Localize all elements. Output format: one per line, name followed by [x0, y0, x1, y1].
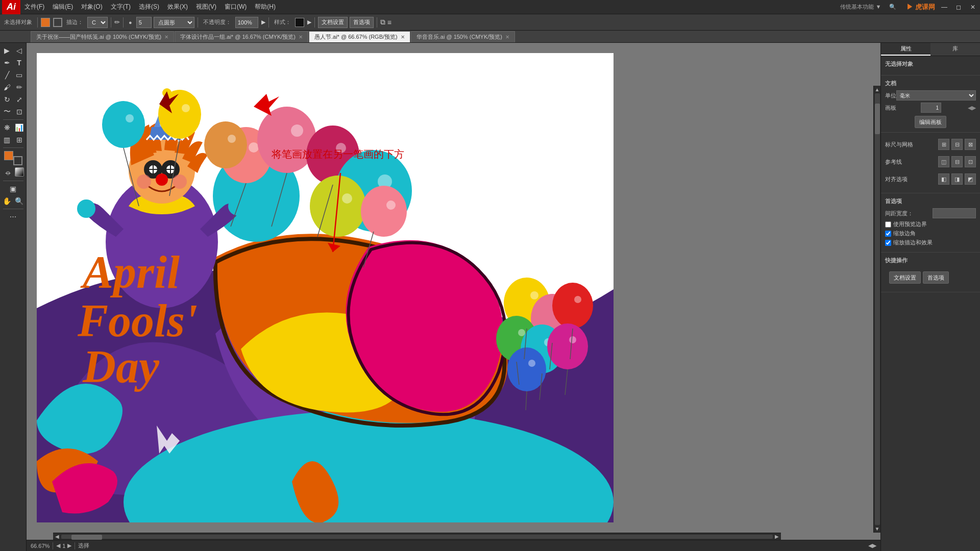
- preferences-btn[interactable]: 首选项: [350, 17, 374, 28]
- brush-icon[interactable]: ✏: [114, 18, 120, 26]
- guide-icon-1[interactable]: ◫: [938, 156, 949, 167]
- right-panel-tabs: 属性 库: [881, 43, 980, 56]
- scroll-thumb-v[interactable]: [875, 104, 880, 134]
- document-setup-btn[interactable]: 文档设置: [318, 17, 348, 28]
- canvas-arrows[interactable]: ◀▶: [968, 105, 976, 111]
- tool-sep-4: [3, 209, 23, 209]
- align-icon[interactable]: ≡: [387, 18, 391, 27]
- more-tools-btn[interactable]: ···: [8, 211, 19, 222]
- stroke-color-swatch[interactable]: [53, 18, 62, 27]
- quick-doc-setup-btn[interactable]: 文档设置: [889, 271, 921, 284]
- mesh-tool[interactable]: ⊞: [14, 134, 25, 145]
- pen-tool[interactable]: ✒: [2, 57, 13, 68]
- library-tab[interactable]: 库: [930, 43, 980, 56]
- opacity-input[interactable]: [235, 17, 258, 28]
- scroll-thumb-h[interactable]: [71, 535, 102, 540]
- style-swatch[interactable]: [295, 18, 304, 27]
- doc-tab-2[interactable]: 字体设计作品一组.ai* @ 16.67% (CMYK/预览) ✕: [175, 31, 308, 42]
- menu-text[interactable]: 文字(T): [107, 0, 135, 14]
- ruler-icon-3[interactable]: ⊠: [965, 139, 976, 150]
- doc-tab-1-close[interactable]: ✕: [164, 34, 168, 40]
- snap-bounds-checkbox[interactable]: [885, 221, 891, 228]
- canvas-area[interactable]: April Fools' Day: [27, 43, 880, 551]
- text-tool[interactable]: T: [14, 57, 25, 68]
- doc-tab-1[interactable]: 关于祝张——国产特纸笺.ai @ 100% (CMYK/预览) ✕: [31, 31, 174, 42]
- scroll-up-arrow[interactable]: ▲: [875, 87, 880, 92]
- status-arrow-left[interactable]: ◀: [868, 542, 872, 549]
- scale-tool[interactable]: ⤢: [14, 94, 25, 105]
- stroke-swatch-tool[interactable]: [13, 156, 22, 165]
- menu-effect[interactable]: 效果(X): [163, 0, 192, 14]
- warp-tool[interactable]: 〜: [2, 106, 13, 117]
- style-arrow[interactable]: ▶: [307, 19, 311, 26]
- menu-file[interactable]: 文件(F): [20, 0, 48, 14]
- guide-icon-3[interactable]: ⊡: [965, 156, 976, 167]
- gradient-swatch[interactable]: [15, 167, 24, 177]
- doc-tab-3-close[interactable]: ✕: [401, 34, 405, 40]
- direct-select-tool[interactable]: ◁: [14, 45, 25, 56]
- doc-tab-4-close[interactable]: ✕: [505, 34, 509, 40]
- nav-prev[interactable]: ◀: [56, 542, 60, 549]
- screen-mode-btn[interactable]: ▣: [8, 183, 19, 194]
- shape-select[interactable]: 点圆形: [154, 17, 194, 28]
- document-section-title: 文档: [885, 80, 976, 87]
- pencil-tool[interactable]: ✏: [14, 82, 25, 93]
- quick-prefs-btn[interactable]: 首选项: [923, 271, 949, 284]
- status-arrow-right[interactable]: ▶: [872, 542, 876, 549]
- canvas-input[interactable]: 1: [921, 103, 941, 113]
- vertical-scrollbar[interactable]: ▲ ▼: [873, 86, 880, 533]
- minimize-button[interactable]: —: [939, 2, 949, 12]
- free-transform-tool[interactable]: ⊡: [14, 106, 25, 117]
- opacity-arrow[interactable]: ▶: [261, 19, 265, 26]
- snap-corners-checkbox[interactable]: [885, 231, 891, 237]
- snap-icon-1[interactable]: ◧: [938, 173, 949, 185]
- doc-tab-3[interactable]: 愚人节.ai* @ 66.67% (RGB/预览) ✕: [309, 31, 410, 42]
- line-tool[interactable]: ╱: [2, 69, 13, 81]
- arrange-icon[interactable]: ⧉: [380, 18, 385, 27]
- close-button[interactable]: ✕: [968, 2, 978, 12]
- canvas-row: 画板 1 ◀▶: [885, 103, 976, 113]
- gap-width-input[interactable]: 0.1353 mm: [933, 208, 976, 218]
- symbol-tool[interactable]: ❋: [2, 122, 13, 133]
- search-icon[interactable]: 🔍: [889, 4, 896, 10]
- menu-help[interactable]: 帮助(H): [251, 0, 280, 14]
- horizontal-scrollbar[interactable]: ◀ ▶: [53, 533, 781, 540]
- scroll-track-h[interactable]: [61, 535, 773, 539]
- snap-icon-2[interactable]: ◨: [951, 173, 963, 185]
- fill-swatch-tool[interactable]: [4, 151, 13, 160]
- nav-next[interactable]: ▶: [67, 542, 71, 549]
- guide-icon-2[interactable]: ⊟: [951, 156, 963, 167]
- restore-button[interactable]: ◻: [953, 2, 964, 12]
- ruler-icon-1[interactable]: ⊞: [938, 139, 949, 150]
- fill-color-swatch[interactable]: [41, 18, 50, 27]
- none-color[interactable]: ○: [3, 167, 14, 179]
- menu-object[interactable]: 对象(O): [77, 0, 106, 14]
- ruler-icon-2[interactable]: ⊟: [951, 139, 963, 150]
- zoom-level[interactable]: 66.67%: [31, 543, 50, 549]
- menu-edit[interactable]: 编辑(E): [48, 0, 77, 14]
- unit-select[interactable]: 毫米: [896, 90, 976, 101]
- scroll-track-v[interactable]: [875, 93, 880, 525]
- shape-tool[interactable]: ▭: [14, 69, 25, 81]
- rotate-tool[interactable]: ↻: [2, 94, 13, 105]
- graph-tool[interactable]: 📊: [14, 122, 25, 133]
- menu-view[interactable]: 视图(V): [192, 0, 220, 14]
- properties-tab[interactable]: 属性: [881, 43, 930, 56]
- selection-tool[interactable]: ▶: [2, 45, 13, 56]
- edit-canvas-btn[interactable]: 编辑画板: [915, 116, 946, 128]
- hand-tool[interactable]: ✋: [2, 195, 13, 207]
- menu-window[interactable]: 窗口(W): [220, 0, 251, 14]
- scale-effects-checkbox[interactable]: [885, 240, 891, 246]
- paintbrush-tool[interactable]: 🖌: [2, 82, 13, 93]
- doc-tab-2-close[interactable]: ✕: [299, 34, 303, 40]
- scroll-down-arrow[interactable]: ▼: [875, 526, 880, 532]
- column-chart-icon[interactable]: ▥: [2, 134, 13, 145]
- doc-tab-4[interactable]: 华音音乐.ai @ 150% (CMYK/预览) ✕: [411, 31, 515, 42]
- zoom-tool[interactable]: 🔍: [14, 195, 25, 207]
- menu-select[interactable]: 选择(S): [135, 0, 163, 14]
- snap-icon-3[interactable]: ◩: [965, 173, 976, 185]
- point-count-input[interactable]: 5: [136, 17, 152, 28]
- scroll-right-arrow[interactable]: ▶: [775, 534, 779, 539]
- scroll-left-arrow[interactable]: ◀: [55, 534, 59, 539]
- stroke-select[interactable]: C: [87, 17, 108, 28]
